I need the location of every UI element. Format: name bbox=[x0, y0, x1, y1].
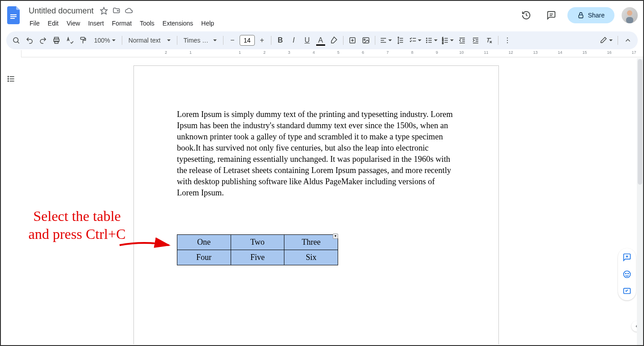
svg-point-9 bbox=[13, 38, 18, 43]
decrease-font-icon[interactable]: − bbox=[226, 34, 239, 47]
svg-text:3: 3 bbox=[442, 42, 443, 44]
comment-icon[interactable] bbox=[542, 6, 560, 24]
side-panel bbox=[618, 248, 636, 300]
chevron-down-icon bbox=[112, 39, 116, 41]
svg-point-53 bbox=[507, 42, 508, 43]
collapse-icon[interactable] bbox=[622, 34, 634, 47]
scrollbar-thumb[interactable] bbox=[638, 59, 642, 185]
font-size-input[interactable]: 14 bbox=[240, 35, 255, 46]
page[interactable]: Lorem Ipsum is simply dummy text of the … bbox=[133, 65, 499, 344]
insert-image-icon[interactable] bbox=[360, 34, 372, 47]
svg-point-59 bbox=[8, 81, 9, 82]
toolbar: 100% Normal text Times … − 14 + B I U A … bbox=[6, 31, 638, 49]
svg-rect-6 bbox=[579, 15, 583, 18]
checklist-icon[interactable] bbox=[408, 34, 423, 47]
menu-extensions[interactable]: Extensions bbox=[159, 18, 197, 29]
increase-font-icon[interactable]: + bbox=[256, 34, 268, 47]
ruler: 2 1 1 2 3 4 5 6 7 8 9 10 11 12 13 14 15 … bbox=[1, 50, 643, 57]
suggest-icon[interactable] bbox=[621, 285, 633, 298]
menu-insert[interactable]: Insert bbox=[85, 18, 107, 29]
underline-icon[interactable]: U bbox=[301, 34, 313, 47]
chevron-down-icon bbox=[213, 39, 217, 41]
spellcheck-icon[interactable] bbox=[64, 34, 76, 47]
svg-rect-8 bbox=[626, 17, 633, 23]
add-comment-icon[interactable] bbox=[621, 251, 633, 264]
svg-rect-1 bbox=[10, 16, 17, 17]
svg-point-58 bbox=[8, 78, 9, 79]
menu-format[interactable]: Format bbox=[108, 18, 135, 29]
line-spacing-icon[interactable] bbox=[394, 34, 407, 47]
share-label: Share bbox=[588, 12, 605, 19]
svg-point-31 bbox=[426, 42, 427, 43]
redo-icon[interactable] bbox=[37, 34, 49, 47]
align-icon[interactable] bbox=[378, 34, 393, 47]
svg-point-51 bbox=[507, 38, 508, 39]
text-color-icon[interactable]: A bbox=[314, 34, 327, 47]
horizontal-ruler[interactable]: 2 1 1 2 3 4 5 6 7 8 9 10 11 12 13 14 15 … bbox=[21, 50, 643, 57]
print-icon[interactable] bbox=[50, 34, 63, 47]
highlight-icon[interactable] bbox=[328, 34, 340, 47]
svg-point-52 bbox=[507, 40, 508, 41]
annotation-text: Select the table and press Ctrl+C bbox=[28, 207, 126, 243]
svg-point-63 bbox=[626, 273, 627, 274]
svg-rect-14 bbox=[81, 37, 85, 39]
chevron-down-icon bbox=[167, 39, 171, 41]
search-icon[interactable] bbox=[10, 34, 22, 47]
svg-point-19 bbox=[364, 39, 365, 40]
right-actions: Share bbox=[517, 4, 638, 24]
decrease-indent-icon[interactable] bbox=[456, 34, 468, 47]
svg-point-29 bbox=[426, 38, 427, 39]
share-button[interactable]: Share bbox=[567, 7, 614, 23]
menu-file[interactable]: File bbox=[26, 18, 43, 29]
undo-icon[interactable] bbox=[23, 34, 36, 47]
star-icon[interactable] bbox=[100, 7, 108, 15]
move-icon[interactable] bbox=[112, 7, 120, 15]
table-cell[interactable]: Three bbox=[284, 234, 338, 250]
svg-point-62 bbox=[624, 271, 631, 278]
scrollbar[interactable] bbox=[637, 58, 643, 345]
menu-tools[interactable]: Tools bbox=[136, 18, 158, 29]
style-dropdown[interactable]: Normal text bbox=[125, 34, 174, 47]
document-title[interactable]: Untitled document bbox=[26, 5, 96, 17]
table-handle-icon[interactable]: ▾ bbox=[333, 234, 338, 239]
svg-line-10 bbox=[17, 42, 19, 43]
more-icon[interactable] bbox=[501, 34, 514, 47]
svg-point-30 bbox=[426, 40, 427, 41]
page-canvas[interactable]: Lorem Ipsum is simply dummy text of the … bbox=[21, 57, 643, 344]
avatar[interactable] bbox=[622, 7, 638, 23]
table-cell[interactable]: Four bbox=[177, 250, 231, 265]
table-cell[interactable]: Six bbox=[284, 250, 338, 265]
bulleted-list-icon[interactable] bbox=[424, 34, 439, 47]
title-area: Untitled document File Edit View Insert … bbox=[26, 4, 517, 30]
table-cell[interactable]: Two bbox=[231, 234, 284, 250]
svg-rect-2 bbox=[10, 18, 15, 19]
table-cell[interactable]: One bbox=[177, 234, 231, 250]
document-table[interactable]: One Two Three Four Five Six bbox=[177, 234, 338, 265]
editing-mode-icon[interactable] bbox=[598, 34, 614, 47]
numbered-list-icon[interactable]: 123 bbox=[440, 34, 455, 47]
increase-indent-icon[interactable] bbox=[469, 34, 482, 47]
paint-format-icon[interactable] bbox=[77, 34, 90, 47]
menu-edit[interactable]: Edit bbox=[44, 18, 62, 29]
cloud-icon[interactable] bbox=[125, 7, 133, 15]
outline-icon[interactable] bbox=[7, 74, 16, 344]
italic-icon[interactable]: I bbox=[288, 34, 300, 47]
body-paragraph[interactable]: Lorem Ipsum is simply dummy text of the … bbox=[177, 109, 455, 199]
zoom-dropdown[interactable]: 100% bbox=[90, 34, 119, 47]
app-bar: Untitled document File Edit View Insert … bbox=[1, 1, 643, 30]
svg-point-64 bbox=[628, 273, 629, 274]
menu-view[interactable]: View bbox=[63, 18, 84, 29]
clear-format-icon[interactable] bbox=[483, 34, 495, 47]
bold-icon[interactable]: B bbox=[274, 34, 287, 47]
menu-bar: File Edit View Insert Format Tools Exten… bbox=[26, 17, 517, 30]
insert-link-icon[interactable] bbox=[346, 34, 359, 47]
menu-help[interactable]: Help bbox=[197, 18, 218, 29]
svg-point-7 bbox=[627, 10, 632, 16]
table-cell[interactable]: Five bbox=[231, 250, 284, 265]
emoji-icon[interactable] bbox=[621, 268, 633, 281]
font-dropdown[interactable]: Times … bbox=[180, 34, 220, 47]
docs-logo[interactable] bbox=[6, 4, 22, 26]
history-icon[interactable] bbox=[517, 6, 535, 24]
table-row: One Two Three bbox=[177, 234, 338, 250]
svg-marker-3 bbox=[101, 8, 107, 14]
